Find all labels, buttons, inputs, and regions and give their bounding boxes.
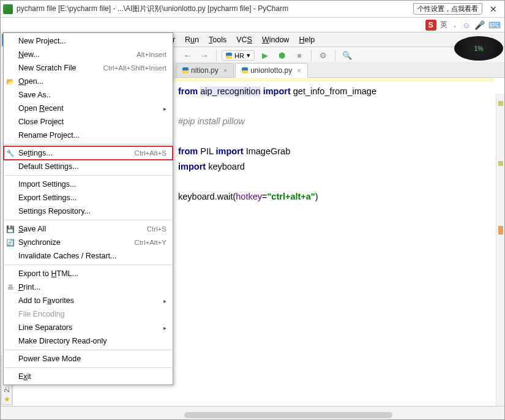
menu-export-html[interactable]: Export to HTML...: [4, 267, 173, 280]
warning-marker[interactable]: [498, 101, 503, 106]
menu-help[interactable]: Help: [294, 34, 320, 46]
menu-run[interactable]: Run: [180, 34, 204, 46]
smile-icon[interactable]: ☺: [462, 20, 471, 30]
menu-new-project[interactable]: New Project...: [4, 34, 173, 48]
warning-marker[interactable]: [498, 226, 503, 234]
menu-file-encoding: File Encoding: [4, 307, 173, 321]
file-menu-dropdown: New Project... New...Alt+Insert New Scra…: [3, 32, 173, 385]
menu-add-favorites[interactable]: Add to Favorites▸: [4, 294, 173, 307]
menu-synchronize[interactable]: 🔄SynchronizeCtrl+Alt+Y: [4, 236, 173, 249]
debug-button[interactable]: ⬢: [275, 49, 289, 62]
nav-forward-button[interactable]: →: [198, 49, 211, 62]
nav-back-button[interactable]: ←: [181, 49, 194, 62]
horizontal-scrollbar[interactable]: [184, 412, 392, 418]
run-button[interactable]: ▶: [258, 49, 272, 62]
close-icon[interactable]: ×: [297, 67, 301, 74]
menu-new-scratch[interactable]: New Scratch FileCtrl+Alt+Shift+Insert: [4, 61, 173, 75]
sync-icon: 🔄: [6, 239, 15, 247]
menu-rename-project[interactable]: Rename Project...: [4, 129, 173, 142]
menu-invalidate-caches[interactable]: Invalidate Caches / Restart...: [4, 249, 173, 263]
window-title: pycharm file [E:\pycharm file] - ...\AI图…: [17, 4, 413, 14]
menu-new[interactable]: New...Alt+Insert: [4, 48, 173, 61]
star-icon: ★: [2, 395, 11, 403]
python-icon: [242, 67, 248, 73]
title-bar: pycharm file [E:\pycharm file] - ...\AI图…: [1, 1, 504, 18]
sogou-ime-icon[interactable]: S: [425, 20, 436, 31]
keyboard-icon[interactable]: ⌨: [488, 20, 501, 30]
menu-save-all[interactable]: 💾Save AllCtrl+S: [4, 222, 173, 236]
indexing-badge[interactable]: 1%: [454, 36, 503, 61]
python-icon: [182, 67, 189, 73]
stop-button[interactable]: ■: [293, 49, 306, 62]
run-config-name: HR: [234, 52, 244, 59]
menu-save-as[interactable]: Save As..: [4, 88, 173, 102]
status-bar: [1, 406, 504, 419]
close-button[interactable]: ✕: [485, 3, 502, 15]
menu-close-project[interactable]: Close Project: [4, 115, 173, 129]
tab-nition[interactable]: nition.py×: [176, 63, 234, 77]
run-config-selector[interactable]: HR ▾: [222, 50, 255, 61]
menu-print[interactable]: 🖶Print...: [4, 280, 173, 294]
ime-tray: S 英 ， ☺ 🎤 ⌨: [1, 18, 504, 32]
settings-gear-icon[interactable]: ⚙: [316, 49, 330, 62]
menu-exit[interactable]: Exit: [4, 370, 173, 383]
menu-make-readonly[interactable]: Make Directory Read-only: [4, 334, 173, 348]
menu-tools[interactable]: Tools: [204, 34, 231, 46]
tab-unionlotto[interactable]: unionlotto.py×: [235, 63, 308, 78]
save-icon: 💾: [6, 225, 15, 233]
marker-bar[interactable]: [496, 94, 504, 406]
tip-popup[interactable]: 个性设置，点我看看: [413, 3, 482, 15]
ime-comma[interactable]: ，: [451, 20, 458, 30]
menu-export-settings[interactable]: Export Settings...: [4, 191, 173, 204]
close-icon[interactable]: ×: [223, 67, 227, 74]
wrench-icon: 🔧: [6, 149, 15, 157]
folder-open-icon: 📂: [6, 78, 15, 86]
warning-marker[interactable]: [498, 161, 503, 166]
pycharm-icon: [3, 4, 13, 14]
search-icon[interactable]: 🔍: [340, 49, 354, 62]
menu-open-recent[interactable]: Open Recent▸: [4, 102, 173, 115]
menu-vcs[interactable]: VCS: [231, 34, 257, 46]
menu-default-settings[interactable]: Default Settings...: [4, 160, 173, 173]
menu-settings[interactable]: 🔧Settings...Ctrl+Alt+S: [4, 146, 173, 160]
menu-power-save[interactable]: Power Save Mode: [4, 352, 173, 366]
menu-import-settings[interactable]: Import Settings...: [4, 178, 173, 191]
menu-open[interactable]: 📂Open...: [4, 75, 173, 88]
chevron-down-icon: ▾: [247, 51, 250, 59]
menu-settings-repo[interactable]: Settings Repository...: [4, 204, 173, 218]
print-icon: 🖶: [6, 283, 15, 291]
ime-lang[interactable]: 英: [440, 20, 447, 30]
menu-window[interactable]: Window: [257, 34, 294, 46]
menu-line-separators[interactable]: Line Separators▸: [4, 321, 173, 334]
mic-icon[interactable]: 🎤: [474, 20, 485, 30]
python-icon: [226, 53, 232, 59]
